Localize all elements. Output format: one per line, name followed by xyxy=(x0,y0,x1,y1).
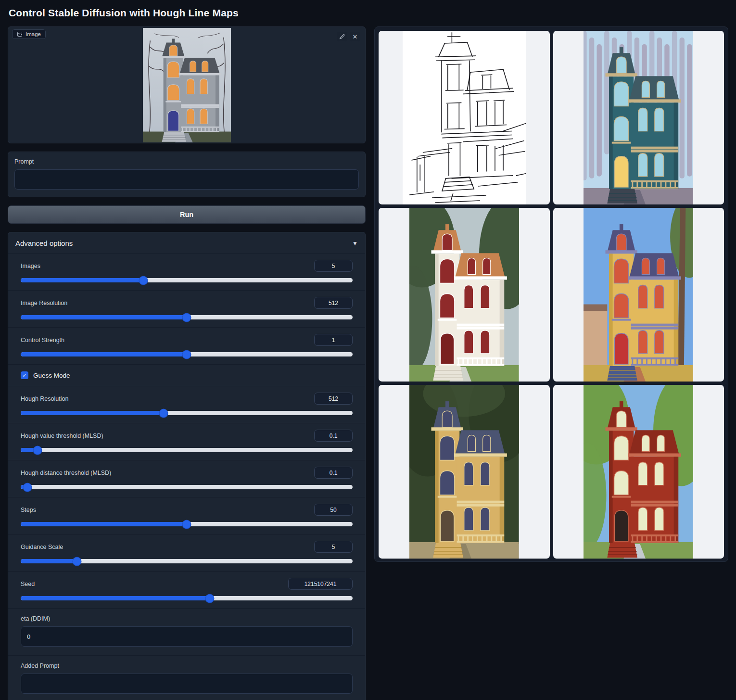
guidance-scale-label: Guidance Scale xyxy=(21,544,63,550)
guidance-scale-row: Guidance Scale xyxy=(8,534,365,571)
seed-slider[interactable] xyxy=(21,596,353,600)
guess-mode-label: Guess Mode xyxy=(33,372,70,379)
steps-row: Steps xyxy=(8,497,365,534)
run-button[interactable]: Run xyxy=(8,205,366,224)
prompt-input[interactable] xyxy=(14,169,359,190)
prompt-block: Prompt xyxy=(8,152,366,197)
hough-resolution-row: Hough Resolution xyxy=(8,386,365,423)
hough-distance-threshold-mlsd-slider-handle[interactable] xyxy=(23,483,31,491)
control-strength-row: Control Strength xyxy=(8,327,365,364)
seed-slider-handle[interactable] xyxy=(206,594,214,602)
image-label-badge: Image xyxy=(12,29,46,39)
edit-image-button[interactable] xyxy=(337,32,347,41)
gallery-item-gold-victorian-painting[interactable] xyxy=(379,385,550,559)
image-resolution-slider-handle[interactable] xyxy=(183,313,191,321)
control-strength-label: Control Strength xyxy=(21,337,64,344)
hough-distance-threshold-mlsd-row: Hough distance threshold (MLSD) xyxy=(8,460,365,497)
hough-distance-threshold-mlsd-value-input[interactable] xyxy=(314,467,353,479)
image-resolution-slider[interactable] xyxy=(21,315,353,319)
images-row: Images xyxy=(8,253,365,290)
hough-value-threshold-mlsd-slider[interactable] xyxy=(21,448,353,452)
control-strength-value-input[interactable] xyxy=(314,334,353,346)
advanced-controls: Images Image Resolution Control Strength xyxy=(8,253,365,700)
steps-label: Steps xyxy=(21,507,36,513)
hough-resolution-slider[interactable] xyxy=(21,411,353,415)
controls-column: Image ✕ Prom xyxy=(8,26,366,700)
hough-distance-threshold-mlsd-label: Hough distance threshold (MLSD) xyxy=(21,470,111,476)
guess-mode-checkbox[interactable]: ✓ Guess Mode xyxy=(8,364,365,386)
images-value-input[interactable] xyxy=(314,260,353,272)
steps-slider-handle[interactable] xyxy=(183,520,191,528)
guidance-scale-slider-handle[interactable] xyxy=(73,557,81,565)
added-prompt-label: Added Prompt xyxy=(21,662,353,669)
chevron-down-icon: ▼ xyxy=(352,240,358,247)
clear-image-button[interactable]: ✕ xyxy=(350,32,360,41)
images-slider-handle[interactable] xyxy=(140,276,148,284)
steps-value-input[interactable] xyxy=(314,504,353,516)
added-prompt-input[interactable] xyxy=(21,674,353,694)
input-image-photo xyxy=(143,28,231,142)
images-slider[interactable] xyxy=(21,278,353,282)
hough-value-threshold-mlsd-label: Hough value threshold (MLSD) xyxy=(21,433,103,439)
hough-distance-threshold-mlsd-slider[interactable] xyxy=(21,485,353,489)
hough-value-threshold-mlsd-slider-handle[interactable] xyxy=(33,446,41,454)
hough-value-threshold-mlsd-value-input[interactable] xyxy=(314,430,353,442)
eta-ddim-input[interactable] xyxy=(21,626,353,647)
hough-resolution-value-input[interactable] xyxy=(314,393,353,405)
input-image[interactable] xyxy=(143,28,231,142)
images-label: Images xyxy=(21,263,40,269)
image-resolution-value-input[interactable] xyxy=(314,297,353,309)
input-image-panel[interactable]: Image ✕ xyxy=(8,26,366,143)
guidance-scale-value-input[interactable] xyxy=(314,541,353,553)
guidance-scale-slider[interactable] xyxy=(21,559,353,563)
result-gallery xyxy=(374,26,728,562)
image-icon xyxy=(17,31,23,37)
hough-value-threshold-mlsd-row: Hough value threshold (MLSD) xyxy=(8,423,365,460)
hough-resolution-label: Hough Resolution xyxy=(21,395,68,402)
advanced-options-block: Advanced options ▼ Images Image Resoluti… xyxy=(8,232,366,700)
eta-ddim-label: eta (DDIM) xyxy=(21,615,353,622)
advanced-options-title: Advanced options xyxy=(15,239,73,247)
eta-ddim-row: eta (DDIM) xyxy=(8,608,365,655)
seed-value-input[interactable] xyxy=(288,578,353,590)
gallery-item-teal-victorian-painting[interactable] xyxy=(553,31,724,204)
hough-resolution-slider-handle[interactable] xyxy=(159,409,167,417)
seed-label: Seed xyxy=(21,581,35,587)
seed-row: Seed xyxy=(8,571,365,608)
added-prompt-row: Added Prompt xyxy=(8,655,365,700)
control-strength-slider[interactable] xyxy=(21,352,353,356)
image-label: Image xyxy=(25,31,41,37)
steps-slider[interactable] xyxy=(21,522,353,526)
gallery-item-white-victorian-painting[interactable] xyxy=(379,208,550,382)
gallery-item-yellow-victorian-painting[interactable] xyxy=(553,208,724,382)
control-strength-slider-handle[interactable] xyxy=(183,350,191,358)
edit-icon xyxy=(339,34,345,40)
page-title: Control Stable Diffusion with Hough Line… xyxy=(8,0,728,26)
close-icon: ✕ xyxy=(353,33,358,40)
checkbox-check-icon: ✓ xyxy=(21,371,28,379)
image-resolution-row: Image Resolution xyxy=(8,290,365,327)
image-resolution-label: Image Resolution xyxy=(21,300,67,306)
gallery-item-hough-line-map[interactable] xyxy=(379,31,550,204)
gallery-item-red-brick-victorian-painting[interactable] xyxy=(553,385,724,559)
prompt-label: Prompt xyxy=(14,158,359,165)
app-root: Control Stable Diffusion with Hough Line… xyxy=(0,0,736,700)
advanced-options-header[interactable]: Advanced options ▼ xyxy=(8,238,365,253)
